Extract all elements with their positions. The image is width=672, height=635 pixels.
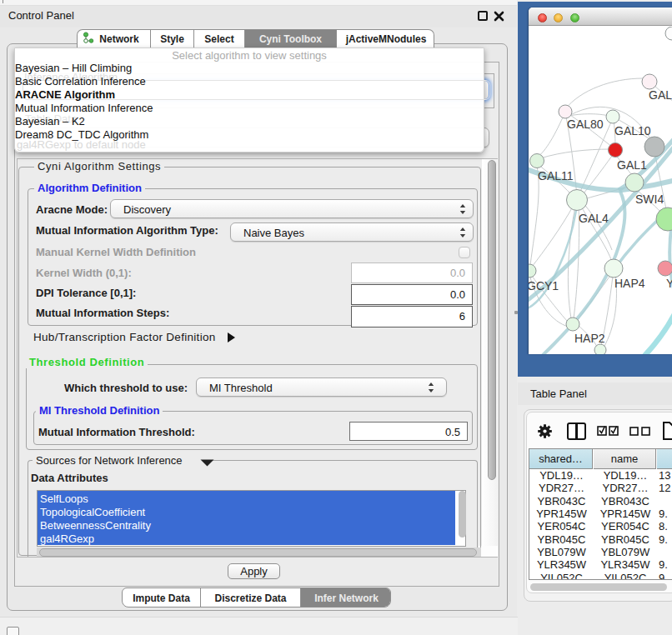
- svg-text:GAL11: GAL11: [538, 169, 574, 182]
- svg-text:GAL: GAL: [649, 88, 672, 102]
- svg-text:GCY1: GCY1: [529, 279, 559, 292]
- svg-text:HAP2: HAP2: [574, 332, 605, 345]
- svg-text:GAL1: GAL1: [617, 158, 647, 172]
- svg-text:GAL4: GAL4: [579, 212, 609, 225]
- svg-text:HAP4: HAP4: [614, 277, 645, 290]
- svg-text:GAL80: GAL80: [567, 118, 604, 131]
- svg-text:Y: Y: [666, 277, 672, 290]
- svg-text:SWI4: SWI4: [635, 192, 664, 206]
- svg-text:GAL10: GAL10: [614, 124, 651, 138]
